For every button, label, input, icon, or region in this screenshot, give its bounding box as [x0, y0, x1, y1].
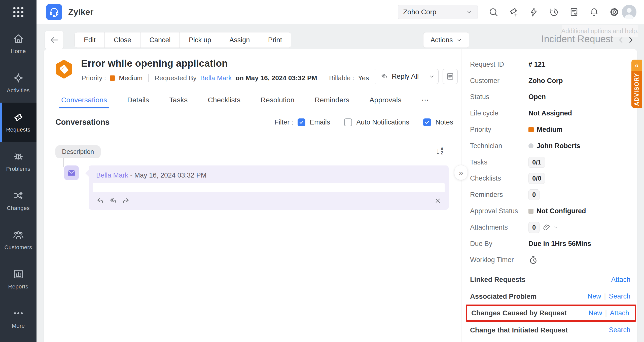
- actions-dropdown[interactable]: Actions: [423, 32, 469, 48]
- close-button[interactable]: Close: [104, 32, 140, 48]
- user-avatar[interactable]: [622, 5, 636, 19]
- app-sidebar: Home Activities Requests Problems C: [0, 0, 37, 342]
- advisory-body[interactable]: ADVISORY: [631, 71, 642, 108]
- tab-more[interactable]: ⋯: [421, 92, 429, 108]
- sidebar-item-more[interactable]: More: [0, 299, 37, 338]
- gear-icon[interactable]: [609, 7, 619, 17]
- priority-label: Priority :: [82, 74, 106, 82]
- property-row-life-cycle: Life cycle Not Assigned: [470, 105, 630, 121]
- tab-tasks[interactable]: Tasks: [169, 92, 188, 108]
- request-detail-card: Error while opening application Priority…: [44, 49, 637, 342]
- checkbox-emails[interactable]: [298, 118, 305, 126]
- tasks-count-badge[interactable]: 0/1: [528, 157, 545, 168]
- associated-problem-new-link[interactable]: New: [587, 292, 601, 300]
- feedback-icon[interactable]: [569, 7, 579, 17]
- summary-note-button[interactable]: [443, 69, 458, 84]
- filter-label: Filter :: [274, 118, 293, 126]
- history-icon[interactable]: [549, 7, 559, 17]
- filter-auto-notifications-label: Auto Notifications: [356, 118, 409, 126]
- forward-icon[interactable]: [122, 197, 130, 204]
- reply-all-split-button: Reply All: [374, 69, 439, 84]
- search-icon[interactable]: [488, 7, 498, 17]
- checklists-count-badge[interactable]: 0/0: [528, 173, 545, 184]
- changes-caused-new-link[interactable]: New: [588, 309, 602, 317]
- sidebar-item-label: Changes: [7, 205, 30, 211]
- paperclip-icon: [543, 223, 551, 231]
- sidebar-item-label: Problems: [6, 166, 30, 172]
- bell-icon[interactable]: [589, 7, 599, 17]
- advisory-collapse-button[interactable]: «: [631, 60, 642, 71]
- attachments-count-badge[interactable]: 0: [528, 222, 540, 233]
- next-record-button[interactable]: ›: [629, 31, 633, 47]
- ticket-add-icon[interactable]: [509, 7, 519, 17]
- lightning-icon[interactable]: [529, 7, 539, 17]
- property-row-request-id: Request ID # 121: [470, 56, 630, 73]
- check-icon: [299, 120, 304, 125]
- assign-button[interactable]: Assign: [220, 32, 259, 48]
- close-icon[interactable]: [435, 197, 441, 204]
- chevron-down-icon: [553, 225, 558, 230]
- checkbox-notes[interactable]: [423, 118, 431, 126]
- sort-az-icon: AZ: [441, 147, 444, 155]
- reply-icon[interactable]: [96, 197, 104, 204]
- sidebar-item-activities[interactable]: Activities: [0, 63, 37, 103]
- stopwatch-icon[interactable]: [528, 255, 538, 265]
- tab-checklists[interactable]: Checklists: [208, 92, 240, 108]
- panel-collapse-toggle[interactable]: »: [454, 165, 468, 180]
- reply-all-icon[interactable]: [109, 197, 117, 204]
- page-header: Incident Request ‹ ›: [541, 31, 633, 47]
- cancel-button[interactable]: Cancel: [140, 32, 180, 48]
- prev-record-button[interactable]: ‹: [619, 31, 623, 47]
- message-timestamp: - May 16, 2024 03:32 PM: [130, 172, 206, 179]
- associated-problem-search-link[interactable]: Search: [609, 292, 630, 300]
- requester-link[interactable]: Bella Mark: [200, 74, 232, 82]
- headset-icon: [49, 7, 60, 18]
- checkbox-auto-notifications[interactable]: [344, 118, 352, 126]
- print-button[interactable]: Print: [259, 32, 292, 48]
- thread-connector: [63, 158, 64, 167]
- description-chip[interactable]: Description: [55, 145, 101, 158]
- envelope-icon: [67, 169, 76, 177]
- sidebar-item-problems[interactable]: Problems: [0, 142, 37, 181]
- app-logo[interactable]: [46, 4, 62, 20]
- change-initiated-search-link[interactable]: Search: [609, 326, 630, 334]
- activities-icon: [13, 72, 24, 84]
- conversation-message[interactable]: Bella Mark - May 16, 2024 03:32 PM: [89, 165, 449, 210]
- tab-details[interactable]: Details: [127, 92, 149, 108]
- bar-chart-icon: [13, 268, 24, 280]
- grid-icon: [12, 5, 25, 19]
- sidebar-item-reports[interactable]: Reports: [0, 260, 37, 299]
- app-grid-button[interactable]: [0, 0, 37, 24]
- changes-caused-attach-link[interactable]: Attach: [610, 309, 629, 317]
- tab-conversations[interactable]: Conversations: [61, 92, 107, 108]
- property-row-due-by: Due By Due in 1Hrs 56Mins: [470, 236, 630, 252]
- tab-reminders[interactable]: Reminders: [315, 92, 349, 108]
- message-body-placeholder: [93, 183, 445, 192]
- reply-all-button[interactable]: Reply All: [374, 72, 425, 80]
- shuffle-icon: [13, 190, 24, 201]
- reminders-count-badge[interactable]: 0: [528, 189, 540, 200]
- top-bar: Zylker Zoho Corp: [37, 0, 644, 24]
- sidebar-item-customers[interactable]: Customers: [0, 220, 37, 260]
- sidebar-item-requests[interactable]: Requests: [0, 103, 37, 142]
- linked-requests-attach-link[interactable]: Attach: [611, 276, 630, 284]
- sidebar-item-changes[interactable]: Changes: [0, 181, 37, 220]
- pickup-button[interactable]: Pick up: [180, 32, 221, 48]
- advisory-tab[interactable]: « ADVISORY: [631, 60, 642, 108]
- tab-approvals[interactable]: Approvals: [370, 92, 402, 108]
- sort-toggle[interactable]: ↓ AZ: [436, 147, 444, 155]
- request-meta: Priority : Medium Requested By Bella Mar…: [82, 74, 369, 82]
- reply-options-caret[interactable]: [425, 69, 438, 84]
- chevron-down-icon: [429, 73, 435, 79]
- sort-arrow-icon: ↓: [436, 147, 440, 155]
- priority-swatch: [110, 75, 115, 81]
- edit-button[interactable]: Edit: [75, 32, 105, 48]
- tab-resolution[interactable]: Resolution: [261, 92, 295, 108]
- sidebar-item-home[interactable]: Home: [0, 24, 37, 63]
- org-selector[interactable]: Zoho Corp: [398, 5, 478, 19]
- attachment-menu[interactable]: [543, 223, 558, 231]
- back-button[interactable]: [45, 31, 63, 49]
- message-author-link[interactable]: Bella Mark: [96, 172, 128, 179]
- technician-status-dot: [528, 143, 533, 148]
- email-type-tile: [64, 165, 79, 180]
